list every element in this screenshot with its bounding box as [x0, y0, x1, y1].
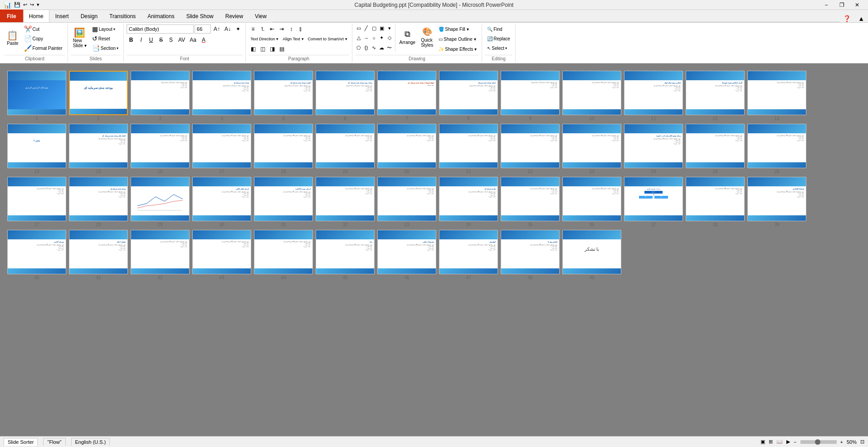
- slide-thumb-44[interactable]: متن محتوای اسلاید شماره 44 در اینجا قرار…: [254, 230, 313, 280]
- slide-thumb-25[interactable]: متن محتوای اسلاید شماره 25 در اینجا قرار…: [686, 124, 745, 174]
- align-text-button[interactable]: Align Text ▾: [281, 34, 305, 44]
- slide-thumb-33[interactable]: متن محتوای اسلاید شماره 33 در اینجا قرار…: [377, 177, 436, 227]
- slide-thumb-3[interactable]: متن محتوای اسلاید شماره 3 در اینجا قرار …: [131, 71, 190, 121]
- shape-fill-button[interactable]: 🪣 Shape Fill ▾: [436, 24, 479, 34]
- shape-curve[interactable]: ∿: [371, 44, 378, 51]
- view-slideshow-icon[interactable]: ▶: [786, 439, 790, 445]
- text-direction-button[interactable]: Text Direction ▾: [249, 34, 280, 44]
- slide-thumb-4[interactable]: بودجه بندی سرمایه ایمتن محتوای اسلاید شم…: [192, 71, 251, 121]
- slide-thumb-8[interactable]: فرایند بودجه بندی سرمایهمتن محتوای اسلای…: [439, 71, 498, 121]
- slides-area[interactable]: بسم الله الرحمن الرحیم1بودجه بندی سرمایه…: [0, 63, 868, 436]
- view-tab-flow[interactable]: "Flow": [43, 438, 65, 446]
- tab-design[interactable]: Design: [75, 10, 103, 22]
- slide-thumb-35[interactable]: متن محتوای اسلاید شماره 35 در اینجا قرار…: [501, 177, 560, 227]
- slide-thumb-45[interactable]: رانهمتن محتوای اسلاید شماره 45 در اینجا …: [316, 230, 375, 280]
- shape-rect3[interactable]: ▣: [378, 24, 385, 32]
- view-normal-icon[interactable]: ▣: [761, 439, 765, 445]
- zoom-in-btn[interactable]: +: [840, 439, 843, 445]
- slide-thumb-2[interactable]: بودجه بندی سرمایه ای2: [69, 71, 128, 121]
- tab-animations[interactable]: Animations: [141, 10, 180, 22]
- slide-thumb-1[interactable]: بسم الله الرحمن الرحیم1: [7, 71, 66, 121]
- slide-thumb-28[interactable]: بودجه بندی سرمایه ایمتن محتوای اسلاید شم…: [69, 177, 128, 227]
- shape-star[interactable]: ✦: [378, 34, 385, 42]
- underline-button[interactable]: U: [146, 35, 156, 44]
- line-spacing-button[interactable]: ↕: [287, 24, 296, 34]
- slide-thumb-30[interactable]: ارزش فعلی خالصمتن محتوای اسلاید شماره 30…: [192, 177, 251, 227]
- zoom-out-btn[interactable]: −: [794, 439, 796, 445]
- slide-thumb-26[interactable]: متن محتوای اسلاید شماره 26 در اینجا قرار…: [747, 124, 806, 174]
- shape-rect2[interactable]: ▢: [371, 24, 378, 32]
- ribbon-minimize-icon[interactable]: ▲: [854, 15, 868, 22]
- shape-rect[interactable]: ▭: [355, 24, 362, 32]
- slide-thumb-48[interactable]: ۵ شاخص پولمتن محتوای اسلاید شماره 48 در …: [501, 230, 560, 280]
- save-quick-btn[interactable]: 💾: [14, 2, 20, 8]
- shape-outline-button[interactable]: ▭ Shape Outline ▾: [436, 34, 479, 44]
- slide-thumb-32[interactable]: متن محتوای اسلاید شماره 32 در اینجا قرار…: [316, 177, 375, 227]
- columns-button[interactable]: ⫿: [296, 24, 305, 34]
- slide-thumb-37[interactable]: درخت تصمیم گیریشروعAB37: [624, 177, 683, 227]
- shadow-button[interactable]: S: [166, 35, 176, 44]
- shape-tri[interactable]: △: [355, 34, 362, 42]
- copy-button[interactable]: 📄 Copy: [22, 34, 65, 43]
- slide-thumb-31[interactable]: ارزش دوره بازگشتمتن محتوای اسلاید شماره …: [254, 177, 313, 227]
- layout-button[interactable]: ▦ Layout ▾: [90, 24, 121, 34]
- fit-screen-btn[interactable]: ⊡: [860, 439, 864, 445]
- align-right-button[interactable]: ◨: [268, 44, 277, 53]
- slide-thumb-41[interactable]: عوامل ادغاممتن محتوای اسلاید شماره 41 در…: [69, 230, 128, 280]
- bullets-button[interactable]: ≡: [249, 24, 258, 34]
- find-button[interactable]: 🔍 Find: [485, 24, 512, 34]
- decrease-indent-button[interactable]: ⇤: [268, 24, 277, 34]
- bold-button[interactable]: B: [127, 35, 136, 44]
- slide-thumb-36[interactable]: متن محتوای اسلاید شماره 36 در اینجا قرار…: [562, 177, 621, 227]
- slide-thumb-24[interactable]: برنامه وجوه قابل وام دادن با هزینهمتن مح…: [624, 124, 683, 174]
- center-button[interactable]: ◫: [258, 44, 267, 53]
- replace-button[interactable]: 🔄 Replace: [485, 34, 512, 43]
- shape-effects-button[interactable]: ✨ Shape Effects ▾: [436, 44, 479, 53]
- char-spacing-button[interactable]: AV: [176, 35, 187, 44]
- tab-home[interactable]: Home: [23, 10, 49, 22]
- tab-review[interactable]: Review: [219, 10, 249, 22]
- help-icon[interactable]: ❓: [839, 15, 854, 22]
- slide-thumb-10[interactable]: متن محتوای اسلاید شماره 10 در اینجا قرار…: [562, 71, 621, 121]
- view-tab-slide-sorter[interactable]: Slide Sorter: [4, 438, 38, 446]
- slide-thumb-5[interactable]: اهمیت بودجه بندی سرمایه ایمتن محتوای اسل…: [254, 71, 313, 121]
- shape-arrow[interactable]: →: [363, 34, 370, 42]
- slide-thumb-42[interactable]: متن محتوای اسلاید شماره 42 در اینجا قرار…: [131, 230, 190, 280]
- increase-indent-button[interactable]: ⇥: [277, 24, 286, 34]
- slide-thumb-17[interactable]: متن محتوای اسلاید شماره 17 در اینجا قرار…: [192, 124, 251, 174]
- justify-button[interactable]: ▤: [277, 44, 286, 53]
- slide-thumb-6[interactable]: برنامه ریزی بودجه بندی سرمایه ایمتن محتو…: [316, 71, 375, 121]
- numbering-button[interactable]: ⒈: [258, 24, 267, 34]
- clear-formatting-button[interactable]: ✦: [234, 24, 243, 34]
- slide-thumb-38[interactable]: متن محتوای اسلاید شماره 38 در اینجا قرار…: [686, 177, 745, 227]
- slide-thumb-9[interactable]: متن محتوای اسلاید شماره 9 در اینجا قرار …: [501, 71, 560, 121]
- quick-access-dropdown[interactable]: ▾: [37, 2, 39, 8]
- slide-thumb-14[interactable]: بخش ۴14: [7, 124, 66, 174]
- close-btn[interactable]: ✕: [850, 0, 864, 10]
- arrange-button[interactable]: ⧉ Arrange: [397, 24, 418, 49]
- slide-thumb-23[interactable]: متن محتوای اسلاید شماره 23 در اینجا قرار…: [562, 124, 621, 174]
- shape-bracket[interactable]: {}: [363, 44, 370, 51]
- slide-thumb-27[interactable]: متن محتوای اسلاید شماره 27 در اینجا قرار…: [7, 177, 66, 227]
- slide-thumb-22[interactable]: متن محتوای اسلاید شماره 22 در اینجا قرار…: [501, 124, 560, 174]
- slide-thumb-46[interactable]: مفروضات پایانیمتن محتوای اسلاید شماره 46…: [377, 230, 436, 280]
- slide-thumb-21[interactable]: متن محتوای اسلاید شماره 21 در اینجا قرار…: [439, 124, 498, 174]
- tab-slideshow[interactable]: Slide Show: [180, 10, 219, 22]
- slide-thumb-13[interactable]: متن محتوای اسلاید شماره 13 در اینجا قرار…: [747, 71, 806, 121]
- shape-pentagon[interactable]: ⬠: [355, 44, 362, 51]
- font-color-button[interactable]: A: [199, 35, 208, 44]
- slide-thumb-39[interactable]: شرایط اقتصادیمتن محتوای اسلاید شماره 39 …: [747, 177, 806, 227]
- format-painter-button[interactable]: 🖌️ Format Painter: [22, 44, 65, 53]
- decrease-font-size-button[interactable]: A↓: [223, 24, 233, 34]
- section-button[interactable]: 📑 Section ▾: [90, 44, 121, 53]
- slide-thumb-49[interactable]: با تشکر49: [562, 230, 621, 280]
- shape-more[interactable]: ▾: [386, 24, 393, 32]
- restore-btn[interactable]: ❐: [834, 0, 849, 10]
- quick-styles-button[interactable]: 🎨 QuickStyles: [419, 24, 435, 49]
- tab-insert[interactable]: Insert: [49, 10, 75, 22]
- change-case-button[interactable]: Aa: [188, 35, 198, 44]
- strikethrough-button[interactable]: S: [156, 35, 166, 44]
- slide-thumb-16[interactable]: متن محتوای اسلاید شماره 16 در اینجا قرار…: [131, 124, 190, 174]
- paste-button[interactable]: 📋 Paste: [5, 24, 21, 52]
- slide-thumb-18[interactable]: متن محتوای اسلاید شماره 18 در اینجا قرار…: [254, 124, 313, 174]
